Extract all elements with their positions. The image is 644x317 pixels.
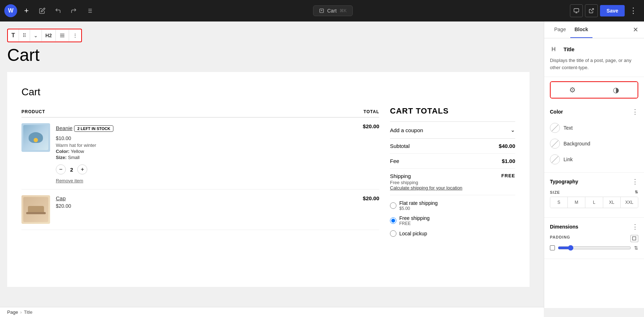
free-shipping-radio[interactable]: [390, 217, 396, 224]
topbar-center: Cart ⌘K: [99, 5, 567, 16]
panel-close-button[interactable]: ✕: [633, 26, 638, 34]
size-l[interactable]: L: [585, 197, 603, 208]
shipping-calc-link[interactable]: Calculate shipping for your location: [390, 185, 462, 191]
settings-menu-button[interactable]: ⋮: [627, 4, 640, 17]
beanie-price: $10.00: [56, 135, 113, 141]
styles-toggle-button[interactable]: ◑: [594, 82, 638, 98]
topbar-right: Save ⋮: [570, 4, 640, 17]
subtotal-value: $40.00: [499, 143, 515, 149]
svg-rect-7: [574, 9, 579, 12]
panel-tabs: Page Block ✕: [544, 21, 644, 38]
beanie-product-info: Beanie 2 LEFT IN STOCK $10.00 Warm hat f…: [50, 123, 113, 183]
external-link-button[interactable]: [585, 4, 598, 17]
search-page-label: Cart: [327, 8, 336, 14]
shipping-label: Shipping: [390, 173, 462, 179]
padding-label-text: PADDING: [550, 235, 570, 242]
flat-rate-price: $5.00: [399, 206, 438, 211]
tab-page[interactable]: Page: [550, 21, 570, 38]
page-search[interactable]: Cart ⌘K: [313, 5, 352, 16]
cart-totals-title: CART TOTALS: [390, 106, 515, 116]
block-type-button[interactable]: T: [8, 29, 19, 42]
local-pickup-radio[interactable]: [390, 230, 396, 237]
redo-button[interactable]: [67, 4, 80, 17]
cart-item-beanie: Beanie 2 LEFT IN STOCK $10.00 Warm hat f…: [21, 117, 379, 189]
padding-slider[interactable]: [558, 245, 631, 251]
cart-area: PRODUCT TOTAL: [21, 106, 515, 242]
local-pickup-label[interactable]: Local pickup: [399, 231, 427, 236]
edit-button[interactable]: [36, 4, 49, 17]
wp-logo[interactable]: W: [4, 4, 17, 17]
list-view-button[interactable]: [83, 4, 96, 17]
shipping-row: Shipping Free shipping Calculate shippin…: [390, 169, 515, 195]
shipping-info: Shipping Free shipping Calculate shippin…: [390, 173, 462, 191]
block-name-label: Title: [564, 46, 575, 52]
padding-link-icon[interactable]: ☐: [630, 235, 638, 242]
cart-heading: Cart: [21, 86, 515, 98]
beanie-qty-control: − 2 +: [56, 164, 113, 174]
align-button[interactable]: [56, 30, 69, 41]
typography-section: Typography ⋮ SIZE ⇅ S M L XL XXL: [544, 173, 644, 218]
flat-rate-radio[interactable]: [390, 202, 396, 209]
local-pickup-option: Local pickup: [390, 228, 515, 239]
fee-value: $1.00: [502, 158, 515, 164]
beanie-qty-increase[interactable]: +: [77, 164, 87, 174]
background-color-option[interactable]: Background: [550, 136, 638, 152]
beanie-total: $20.00: [325, 117, 379, 189]
right-panel: Page Block ✕ Title Displays the title of…: [544, 21, 644, 308]
beanie-product-link[interactable]: Beanie: [56, 125, 73, 131]
fee-label: Fee: [390, 158, 399, 164]
beanie-remove-link[interactable]: Remove item: [56, 178, 113, 183]
background-color-swatch: [550, 139, 560, 149]
cap-total: $20.00: [325, 189, 379, 230]
view-button[interactable]: [570, 4, 583, 17]
undo-button[interactable]: [52, 4, 64, 17]
color-section: Color ⋮ Text Background Link: [544, 103, 644, 173]
padding-row: PADDING ☐ ⇅: [550, 235, 638, 251]
text-color-option[interactable]: Text: [550, 120, 638, 136]
size-xxl[interactable]: XXL: [621, 197, 638, 208]
tab-block[interactable]: Block: [570, 21, 592, 38]
product-column-header: PRODUCT: [21, 106, 325, 117]
breadcrumb-page[interactable]: Page: [7, 309, 18, 315]
cap-product-image: [21, 195, 50, 224]
block-description: Displays the title of a post, page, or a…: [550, 57, 638, 71]
flat-rate-label[interactable]: Flat rate shipping: [399, 200, 438, 206]
size-label-text: SIZE: [550, 190, 560, 194]
padding-link-square-icon: [550, 245, 555, 250]
beanie-qty-decrease[interactable]: −: [56, 164, 66, 174]
breadcrumb: Page › Title: [0, 307, 544, 317]
link-color-option[interactable]: Link: [550, 152, 638, 167]
size-xl[interactable]: XL: [603, 197, 621, 208]
size-adjust-icon[interactable]: ⇅: [635, 190, 638, 194]
cart-item-cap: Cap $20.00 $20.00: [21, 189, 379, 230]
flat-rate-option: Flat rate shipping $5.00: [390, 198, 515, 213]
beanie-size: Size: Small: [56, 155, 113, 160]
save-button[interactable]: Save: [600, 5, 625, 16]
slider-adjust-icon[interactable]: ⇅: [634, 245, 638, 251]
color-section-menu-button[interactable]: ⋮: [632, 108, 638, 116]
dimensions-section-title: Dimensions: [550, 224, 578, 230]
main-layout: T ⠿ ⌄ H2 ⋮ Cart Cart PRODUCT: [0, 21, 644, 317]
size-s[interactable]: S: [550, 197, 568, 208]
settings-toggle-button[interactable]: ⚙: [551, 82, 594, 98]
drag-handle[interactable]: ⠿: [19, 30, 30, 41]
text-color-label: Text: [564, 125, 573, 131]
move-buttons[interactable]: ⌄: [30, 30, 42, 41]
dimensions-section-menu-button[interactable]: ⋮: [632, 223, 638, 231]
add-button[interactable]: +: [20, 4, 33, 17]
heading-level-button[interactable]: H2: [42, 30, 56, 41]
subtotal-label: Subtotal: [390, 143, 410, 149]
typography-section-title: Typography: [550, 179, 578, 184]
link-color-swatch: [550, 154, 560, 164]
free-shipping-label[interactable]: Free shipping: [399, 215, 430, 221]
fee-row: Fee $1.00: [390, 154, 515, 169]
text-color-swatch: [550, 123, 560, 133]
size-options: S M L XL XXL: [550, 197, 638, 208]
more-options-button[interactable]: ⋮: [69, 30, 81, 41]
coupon-toggle[interactable]: Add a coupon ⌄: [390, 121, 515, 139]
size-m[interactable]: M: [568, 197, 585, 208]
size-label: Size:: [56, 155, 67, 160]
cap-product-link[interactable]: Cap: [56, 195, 66, 201]
typography-section-menu-button[interactable]: ⋮: [632, 178, 638, 186]
cart-table: PRODUCT TOTAL: [21, 106, 379, 230]
